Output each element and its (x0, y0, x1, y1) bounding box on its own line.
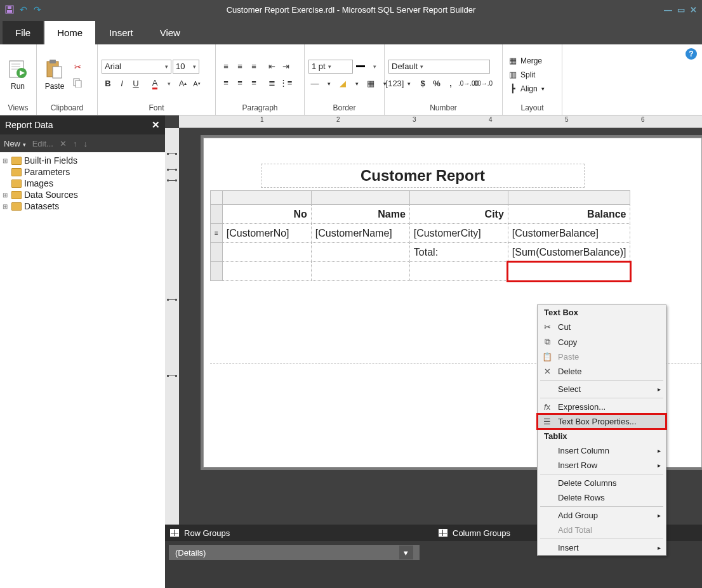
grow-font-button[interactable]: A▴ (176, 77, 189, 90)
save-icon[interactable] (4, 4, 15, 15)
font-family-select[interactable]: Arial (102, 60, 171, 74)
new-button[interactable]: New ▾ (4, 139, 26, 148)
total-label-cell[interactable]: Total: (409, 243, 508, 262)
context-delete-columns[interactable]: Delete Columns (538, 476, 666, 490)
underline-button[interactable]: U (129, 77, 142, 90)
report-data-title: Report Data (5, 120, 53, 130)
align-right-button[interactable]: ≡ (248, 77, 260, 89)
chevron-down-icon[interactable]: ▾ (322, 77, 335, 90)
report-title[interactable]: Customer Report (261, 164, 585, 188)
context-select[interactable]: Select▸ (538, 382, 666, 396)
context-copy[interactable]: ⧉Copy (538, 334, 666, 350)
chevron-down-icon[interactable]: ▾ (402, 77, 415, 90)
border-width-select[interactable]: 1 pt (308, 60, 353, 74)
undo-icon[interactable]: ↶ (18, 4, 29, 15)
maximize-icon[interactable]: ▭ (677, 5, 685, 15)
split-icon: ▥ (507, 69, 519, 81)
field-cell[interactable]: [CustomerNo] (222, 224, 311, 243)
number-format-select[interactable]: Default (388, 60, 490, 74)
delete-node-icon: ✕ (60, 139, 67, 148)
field-cell[interactable]: [CustomerCity] (409, 224, 508, 243)
col-header[interactable]: Balance (508, 205, 630, 224)
align-center-button[interactable]: ≡ (234, 77, 246, 89)
align-left-button[interactable]: ≡ (220, 77, 232, 89)
context-insert-column[interactable]: Insert Column▸ (538, 443, 666, 458)
selected-textbox[interactable] (508, 262, 630, 281)
chevron-down-icon[interactable]: ▾ (399, 546, 413, 559)
move-up-icon: ↑ (73, 139, 77, 148)
tab-insert[interactable]: Insert (96, 21, 146, 44)
close-panel-icon[interactable]: ✕ (152, 119, 160, 131)
align-bottom-button[interactable]: ≡ (248, 60, 260, 73)
tree-node[interactable]: ⊞Data Sources (1, 189, 164, 200)
folder-icon (11, 180, 22, 188)
bold-button[interactable]: B (102, 77, 114, 90)
chevron-down-icon[interactable]: ▾ (350, 77, 363, 90)
percent-button[interactable]: % (430, 77, 443, 90)
col-header[interactable]: City (409, 205, 508, 224)
fill-color-button[interactable]: ◢ (336, 77, 349, 90)
align-icon: ┣ (507, 82, 519, 95)
tree-node[interactable]: ⊞Datasets (1, 200, 164, 212)
border-color-button[interactable] (354, 60, 367, 73)
align-top-button[interactable]: ≡ (220, 60, 232, 73)
font-color-button[interactable]: A (149, 77, 161, 90)
tab-home[interactable]: Home (44, 21, 95, 44)
numbered-list-button[interactable]: ≣ (265, 77, 278, 89)
col-header[interactable]: No (222, 205, 311, 224)
currency-list-button[interactable]: [123] (388, 77, 401, 90)
help-icon[interactable]: ? (685, 48, 697, 60)
tree-node[interactable]: Images (1, 178, 164, 189)
minimize-icon[interactable]: — (664, 5, 672, 15)
tree-node[interactable]: ⊞Built-in Fields (1, 155, 164, 166)
col-header[interactable]: Name (311, 205, 409, 224)
chevron-down-icon[interactable]: ▾ (162, 77, 175, 90)
merge-button[interactable]: ▦Merge (507, 55, 545, 67)
title-bar: ↶ ↷ Customer Report Exercise.rdl - Micro… (0, 0, 702, 19)
comma-button[interactable]: , (444, 77, 457, 90)
context-cut[interactable]: ✂Cut (538, 320, 666, 334)
font-size-select[interactable]: 10 (173, 60, 199, 74)
increase-indent-button[interactable]: ⇥ (279, 60, 292, 73)
context-section-textbox: Text Box (538, 305, 666, 320)
tab-view[interactable]: View (147, 21, 193, 44)
tab-file[interactable]: File (3, 21, 43, 44)
context-textbox-properties[interactable]: ☰Text Box Properties... (538, 414, 666, 429)
border-style-button[interactable]: — (308, 77, 321, 90)
context-insert-row[interactable]: Insert Row▸ (538, 458, 666, 473)
italic-button[interactable]: I (116, 77, 128, 90)
chevron-down-icon[interactable]: ▾ (368, 60, 381, 73)
paste-button[interactable]: Paste (41, 59, 69, 91)
context-delete[interactable]: ✕Delete (538, 364, 666, 379)
report-tablix[interactable]: No Name City Balance ≡ [CustomerNo] [Cus… (210, 190, 630, 281)
split-button[interactable]: ▥Split (507, 69, 545, 81)
currency-button[interactable]: $ (416, 77, 429, 90)
context-insert[interactable]: Insert▸ (538, 540, 666, 555)
border-preset-button[interactable]: ▦ (364, 77, 377, 90)
cut-icon: ✂ (541, 322, 553, 332)
cut-icon[interactable]: ✂ (71, 61, 84, 74)
field-cell[interactable]: [CustomerBalance] (508, 224, 630, 243)
copy-icon[interactable] (71, 76, 84, 89)
edit-button: Edit... (32, 139, 53, 148)
field-cell[interactable]: [CustomerName] (311, 224, 409, 243)
total-expr-cell[interactable]: [Sum(CustomerBalance)] (508, 243, 630, 262)
context-delete-rows[interactable]: Delete Rows (538, 490, 666, 505)
column-groups-label: Column Groups (453, 528, 510, 538)
context-add-group[interactable]: Add Group▸ (538, 508, 666, 523)
align-button[interactable]: ┣Align ▾ (507, 82, 545, 95)
redo-icon[interactable]: ↷ (32, 4, 43, 15)
decrease-indent-button[interactable]: ⇤ (265, 60, 278, 73)
align-middle-button[interactable]: ≡ (234, 60, 246, 73)
context-expression[interactable]: fxExpression... (538, 400, 666, 414)
folder-icon (11, 191, 22, 199)
decrease-decimal-button[interactable]: .00→.0 (476, 77, 489, 90)
shrink-font-button[interactable]: A▾ (190, 77, 203, 90)
report-data-tree[interactable]: ⊞Built-in Fields Parameters Images ⊞Data… (0, 152, 165, 588)
bullet-list-button[interactable]: ⋮≡ (279, 77, 292, 89)
close-icon[interactable]: ✕ (690, 5, 697, 15)
tree-node[interactable]: Parameters (1, 166, 164, 178)
details-group[interactable]: (Details) ▾ (169, 545, 420, 560)
folder-icon (11, 168, 22, 176)
run-button[interactable]: Run (4, 59, 32, 91)
